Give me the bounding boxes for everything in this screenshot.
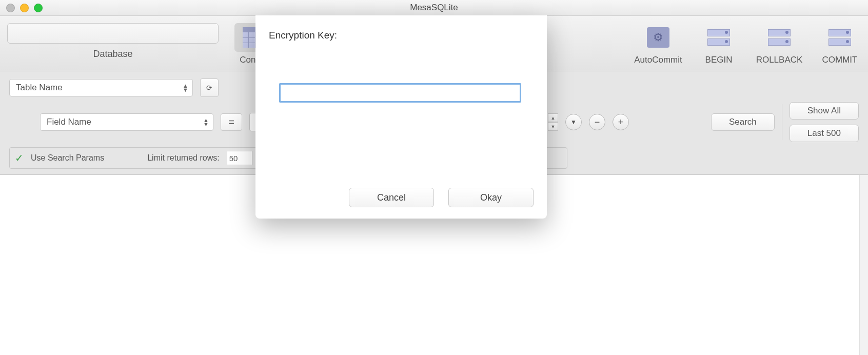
btn-rollback[interactable]: ROLLBACK	[751, 23, 807, 65]
app-window: MesaSQLite Database Content	[0, 0, 868, 355]
dropdown-button[interactable]: ▼	[565, 114, 582, 130]
txn-icon	[828, 27, 851, 48]
database-section: Database	[5, 23, 221, 60]
limit-input[interactable]	[227, 151, 252, 165]
field-name-select[interactable]: Field Name ▲▼	[40, 113, 213, 131]
field-name-placeholder: Field Name	[47, 117, 91, 127]
gear-icon	[647, 27, 669, 48]
use-search-params-label: Use Search Params	[31, 153, 104, 163]
encryption-key-dialog: Encryption Key: Cancel Okay	[255, 15, 547, 219]
operator-button[interactable]: =	[221, 113, 242, 131]
vertical-scrollbar[interactable]	[859, 175, 868, 355]
refresh-button[interactable]: ⟳	[200, 78, 219, 97]
stepper-up-icon: ▲	[548, 113, 558, 122]
txn-icon	[707, 27, 730, 48]
database-label: Database	[93, 49, 132, 60]
window-title: MesaSQLite	[0, 3, 868, 13]
check-icon: ✓	[15, 152, 24, 164]
cancel-button[interactable]: Cancel	[349, 188, 434, 207]
updown-icon: ▲▼	[183, 84, 188, 92]
titlebar: MesaSQLite	[0, 0, 868, 16]
table-name-select[interactable]: Table Name ▲▼	[9, 79, 193, 96]
table-name-placeholder: Table Name	[16, 83, 63, 93]
value-stepper[interactable]: ▲ ▼	[548, 113, 558, 131]
refresh-icon: ⟳	[206, 84, 212, 92]
dialog-label: Encryption Key:	[269, 30, 534, 41]
show-all-button[interactable]: Show All	[790, 102, 859, 120]
txn-icon	[768, 27, 791, 48]
encryption-key-input[interactable]	[279, 83, 521, 103]
triangle-down-icon: ▼	[570, 119, 577, 126]
btn-begin[interactable]: BEGIN	[696, 23, 742, 65]
search-button[interactable]: Search	[711, 113, 775, 131]
add-filter-button[interactable]: +	[613, 114, 629, 130]
remove-filter-button[interactable]: −	[589, 114, 605, 130]
btn-commit[interactable]: COMMIT	[817, 23, 863, 65]
divider	[782, 104, 782, 140]
last-500-button[interactable]: Last 500	[790, 125, 859, 142]
plus-icon: +	[618, 117, 624, 128]
stepper-down-icon: ▼	[548, 122, 558, 131]
limit-label: Limit returned rows:	[147, 153, 220, 163]
txn-tabs: AutoCommit BEGIN ROLLBACK COMMIT	[630, 23, 863, 65]
updown-icon: ▲▼	[203, 118, 209, 126]
okay-button[interactable]: Okay	[448, 188, 534, 207]
minus-icon: −	[595, 117, 600, 128]
btn-autocommit[interactable]: AutoCommit	[630, 23, 686, 65]
database-popup[interactable]	[7, 23, 219, 44]
